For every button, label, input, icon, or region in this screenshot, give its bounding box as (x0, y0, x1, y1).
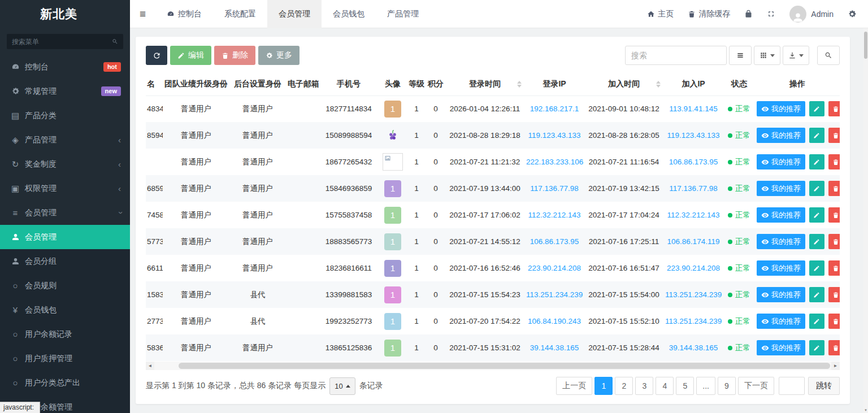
cell-join-ip[interactable]: 106.86.173.95 (663, 149, 723, 175)
scroll-left-arrow[interactable]: ◄ (146, 362, 154, 370)
cell-join-ip[interactable]: 39.144.38.165 (663, 334, 723, 361)
my-referral-button[interactable]: 我的推荐 (757, 287, 805, 302)
edit-row-button[interactable] (809, 207, 824, 223)
sidebar-item-member-parent[interactable]: ≡ 会员管理 ‹ (0, 201, 130, 225)
edit-row-button[interactable] (809, 287, 824, 302)
sidebar-item-product-manage[interactable]: ◈ 产品管理 ‹ (0, 128, 130, 152)
edit-row-button[interactable] (809, 154, 824, 169)
delete-button[interactable]: 删除 (214, 46, 255, 65)
my-referral-button[interactable]: 我的推荐 (757, 314, 805, 329)
scrollbar-thumb[interactable] (864, 32, 867, 59)
cell-join-ip[interactable]: 113.91.41.145 (663, 95, 723, 122)
cell-login-ip[interactable]: 113.251.234.239 (524, 281, 584, 308)
sidebar-item-permission-manage[interactable]: ▣ 权限管理 ‹ (0, 176, 130, 201)
lock-screen-icon[interactable] (744, 10, 753, 18)
hamburger-menu-icon[interactable]: ≡ (130, 8, 155, 20)
page-ellipsis[interactable]: ... (696, 377, 715, 395)
delete-row-button[interactable] (828, 260, 840, 276)
cell-join-ip[interactable]: 117.136.77.98 (663, 175, 723, 202)
table-search-input[interactable] (625, 46, 727, 65)
col-join-time[interactable]: 加入时间 (584, 73, 663, 95)
sidebar-item-category-output[interactable]: ○ 用户分类总产出 (0, 371, 130, 395)
table-row[interactable]: 4834 普通用户 普通用户 18277114834 1 1 0 2026-01… (146, 95, 840, 122)
delete-row-button[interactable] (828, 154, 840, 169)
col-login-time[interactable]: 登录时间 (445, 73, 524, 95)
page-button-4[interactable]: 4 (656, 377, 674, 395)
delete-row-button[interactable] (828, 340, 840, 355)
sidebar-item-member-group[interactable]: 会员分组 (0, 249, 130, 273)
edit-row-button[interactable] (809, 234, 824, 249)
sidebar-search-input[interactable] (12, 38, 112, 46)
sidebar-item-pledge-manage[interactable]: ○ 用户质押管理 (0, 346, 130, 371)
page-button-9[interactable]: 9 (718, 377, 736, 395)
topnav-dashboard[interactable]: 控制台 (155, 0, 213, 28)
topnav-system-config[interactable]: 系统配置 (213, 0, 267, 28)
more-button[interactable]: 更多 (258, 46, 300, 65)
delete-row-button[interactable] (828, 234, 840, 249)
cell-join-ip[interactable]: 113.251.234.239 (663, 281, 723, 308)
cell-join-ip[interactable]: 223.90.214.208 (663, 255, 723, 281)
my-referral-button[interactable]: 我的推荐 (757, 181, 805, 196)
prev-page-button[interactable]: 上一页 (556, 377, 592, 395)
edit-row-button[interactable] (809, 314, 824, 329)
user-menu[interactable]: Admin (789, 6, 834, 23)
advanced-search-button[interactable] (817, 46, 840, 65)
sidebar-item-member-wallet[interactable]: ¥ 会员钱包 (0, 298, 130, 322)
cell-login-ip[interactable]: 117.136.77.98 (524, 175, 584, 202)
my-referral-button[interactable]: 我的推荐 (757, 340, 805, 355)
cell-login-ip[interactable]: 192.168.217.1 (524, 95, 584, 122)
table-row[interactable]: 7458 普通用户 普通用户 15755837458 1 1 0 2021-07… (146, 202, 840, 228)
edit-row-button[interactable] (809, 340, 824, 355)
topnav-member-manage[interactable]: 会员管理 (267, 0, 322, 28)
sidebar-item-member-rule[interactable]: ○ 会员规则 (0, 273, 130, 298)
cell-join-ip[interactable]: 112.32.212.143 (663, 202, 723, 228)
cell-login-ip[interactable]: 222.183.233.106 (524, 149, 584, 175)
sort-icon[interactable] (517, 81, 522, 88)
page-button-2[interactable]: 2 (615, 377, 633, 395)
sidebar-item-general-manage[interactable]: 常规管理 new (0, 79, 130, 103)
edit-row-button[interactable] (809, 101, 824, 116)
my-referral-button[interactable]: 我的推荐 (757, 154, 805, 169)
table-row[interactable]: 2773 普通用户 县代 19923252773 1 1 0 2021-07-2… (146, 308, 840, 334)
delete-row-button[interactable] (828, 287, 840, 302)
table-row[interactable]: 8594 普通用户 普通用户 15089988594 1 0 2021-08-2… (146, 122, 840, 149)
refresh-button[interactable] (146, 46, 167, 65)
settings-gear-icon[interactable] (848, 10, 857, 19)
my-referral-button[interactable]: 我的推荐 (757, 234, 805, 249)
next-page-button[interactable]: 下一页 (738, 377, 774, 395)
columns-button[interactable] (754, 46, 780, 65)
delete-row-button[interactable] (828, 128, 840, 143)
scroll-right-arrow[interactable]: ► (831, 362, 840, 370)
sidebar-item-balance-record[interactable]: ○ 用户余额记录 (0, 322, 130, 346)
toggle-pagination-button[interactable] (729, 46, 752, 65)
scroll-down-arrow[interactable]: ▼ (863, 408, 868, 412)
edit-row-button[interactable] (809, 181, 824, 196)
cell-join-ip[interactable]: 119.123.43.133 (663, 122, 723, 149)
delete-row-button[interactable] (828, 181, 840, 196)
cell-login-ip[interactable]: 119.123.43.133 (524, 122, 584, 149)
table-row[interactable]: 6859 普通用户 普通用户 15846936859 1 1 0 2021-07… (146, 175, 840, 202)
cell-login-ip[interactable]: 106.86.173.95 (524, 228, 584, 255)
my-referral-button[interactable]: 我的推荐 (757, 128, 805, 143)
my-referral-button[interactable]: 我的推荐 (757, 207, 805, 223)
export-button[interactable] (783, 46, 809, 65)
my-referral-button[interactable]: 我的推荐 (757, 260, 805, 276)
cell-join-ip[interactable]: 106.86.174.119 (663, 228, 723, 255)
page-button-1[interactable]: 1 (594, 377, 613, 395)
cell-login-ip[interactable]: 223.90.214.208 (524, 255, 584, 281)
fullscreen-icon[interactable] (767, 10, 775, 18)
sidebar-item-product-category[interactable]: ▤ 产品分类 (0, 103, 130, 128)
delete-row-button[interactable] (828, 207, 840, 223)
topnav-product-manage[interactable]: 产品管理 (376, 0, 430, 28)
clear-cache-link[interactable]: 清除缓存 (688, 9, 730, 19)
delete-row-button[interactable] (828, 314, 840, 329)
scrollbar-thumb[interactable] (179, 363, 830, 369)
table-row[interactable]: 1583 普通用户 县代 13399881583 1 1 0 2021-07-1… (146, 281, 840, 308)
page-button-3[interactable]: 3 (635, 377, 653, 395)
page-size-dropdown[interactable]: 10 (329, 377, 355, 395)
horizontal-scrollbar[interactable]: ◄ ► (146, 362, 840, 370)
delete-row-button[interactable] (828, 101, 840, 116)
jump-page-input[interactable] (779, 377, 805, 395)
table-row[interactable]: 5836 普通用户 普通用户 13865125836 1 1 0 2021-07… (146, 334, 840, 361)
edit-row-button[interactable] (809, 128, 824, 143)
